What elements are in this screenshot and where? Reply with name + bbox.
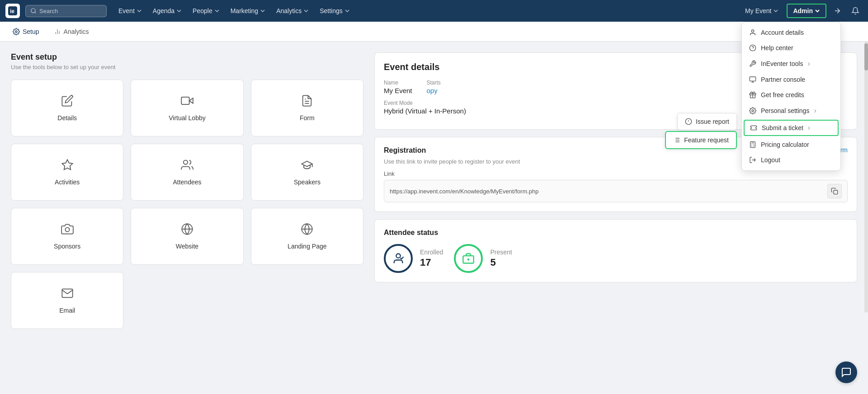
svg-rect-27 bbox=[750, 77, 755, 81]
ineventer-tools-arrow bbox=[807, 60, 810, 68]
admin-dropdown-menu: Account details Help center InEventer to… bbox=[741, 22, 841, 171]
issue-report-popup[interactable]: Issue report bbox=[677, 113, 737, 130]
menu-pricing-calculator[interactable]: Pricing calculator bbox=[742, 137, 840, 152]
top-navigation: ie Search Event Agenda People Marketing … bbox=[0, 0, 868, 22]
subnav-setup[interactable]: Setup bbox=[7, 24, 45, 39]
nav-people[interactable]: People bbox=[188, 5, 224, 17]
subnav-analytics[interactable]: Analytics bbox=[48, 24, 94, 39]
submit-ticket-arrow bbox=[808, 124, 810, 132]
my-event-button[interactable]: My Event bbox=[741, 5, 783, 17]
card-speakers[interactable]: Speakers bbox=[251, 144, 363, 201]
attendee-status-card: Attendee status Enrolled 17 bbox=[374, 219, 857, 282]
card-landing-page-label: Landing Page bbox=[288, 243, 326, 250]
notifications-icon[interactable] bbox=[848, 4, 863, 18]
link-label: Link bbox=[384, 170, 848, 177]
event-mode-label: Event Mode bbox=[384, 100, 466, 106]
event-setup-subtitle: Use the tools below to set up your event bbox=[11, 64, 363, 70]
pencil-icon bbox=[61, 94, 74, 109]
menu-partner-console[interactable]: Partner console bbox=[742, 72, 840, 87]
svg-point-4 bbox=[15, 31, 17, 33]
present-value: 5 bbox=[490, 257, 512, 268]
nav-marketing[interactable]: Marketing bbox=[226, 5, 270, 17]
nav-analytics[interactable]: Analytics bbox=[272, 5, 313, 17]
main-content: Event setup Use the tools below to set u… bbox=[0, 42, 868, 340]
video-icon bbox=[181, 94, 193, 109]
admin-button[interactable]: Admin bbox=[787, 4, 826, 18]
attendee-status-title: Attendee status bbox=[384, 229, 848, 237]
present-circle bbox=[454, 244, 483, 273]
event-name-item: Name My Event bbox=[384, 80, 412, 94]
svg-rect-19 bbox=[834, 190, 838, 194]
scrollbar-thumb[interactable] bbox=[864, 43, 868, 70]
nav-event[interactable]: Event bbox=[114, 5, 146, 17]
svg-marker-12 bbox=[62, 159, 72, 169]
globe2-icon bbox=[301, 223, 313, 237]
feature-request-popup[interactable]: Feature request bbox=[665, 131, 737, 149]
camera-icon bbox=[61, 223, 74, 237]
issue-report-label: Issue report bbox=[696, 118, 729, 125]
card-virtual-lobby[interactable]: Virtual Lobby bbox=[131, 80, 243, 136]
svg-point-2 bbox=[31, 9, 35, 13]
menu-help-center-label: Help center bbox=[761, 44, 793, 52]
menu-logout-label: Logout bbox=[761, 156, 780, 164]
menu-get-free-credits-label: Get free credits bbox=[761, 91, 804, 98]
event-mode-value: Hybrid (Virtual + In-Person) bbox=[384, 107, 466, 115]
nav-agenda[interactable]: Agenda bbox=[148, 5, 186, 17]
present-stat: Present 5 bbox=[454, 244, 512, 273]
card-form[interactable]: Form bbox=[251, 80, 363, 136]
search-placeholder: Search bbox=[39, 8, 58, 14]
svg-text:ie: ie bbox=[10, 8, 14, 14]
enrolled-info: Enrolled 17 bbox=[420, 249, 443, 268]
menu-help-center[interactable]: Help center bbox=[742, 40, 840, 56]
event-starts-value: opy bbox=[427, 87, 441, 94]
menu-account-details[interactable]: Account details bbox=[742, 25, 840, 40]
card-activities-label: Activities bbox=[55, 178, 80, 186]
card-landing-page[interactable]: Landing Page bbox=[251, 208, 363, 265]
event-starts-item: Starts opy bbox=[427, 80, 441, 94]
enrolled-stat: Enrolled 17 bbox=[384, 244, 443, 273]
present-label: Present bbox=[490, 249, 512, 256]
nav-menu: Event Agenda People Marketing Analytics … bbox=[114, 5, 741, 17]
menu-logout[interactable]: Logout bbox=[742, 152, 840, 168]
search-input[interactable]: Search bbox=[25, 5, 107, 17]
menu-pricing-calculator-label: Pricing calculator bbox=[761, 141, 809, 148]
svg-rect-9 bbox=[181, 97, 189, 104]
svg-line-3 bbox=[35, 12, 36, 14]
menu-get-free-credits[interactable]: Get free credits bbox=[742, 87, 840, 103]
card-details[interactable]: Details bbox=[11, 80, 123, 136]
link-box: https://app.inevent.com/en/Knowledge/MyE… bbox=[384, 180, 848, 202]
svg-point-20 bbox=[396, 254, 400, 258]
app-logo[interactable]: ie bbox=[5, 4, 20, 18]
card-activities[interactable]: Activities bbox=[11, 144, 123, 201]
event-name-value: My Event bbox=[384, 87, 412, 94]
menu-ineventer-tools[interactable]: InEventer tools bbox=[742, 56, 840, 72]
menu-ineventer-tools-label: InEventer tools bbox=[761, 60, 803, 67]
card-form-label: Form bbox=[300, 114, 315, 122]
event-mode-item: Event Mode Hybrid (Virtual + In-Person) bbox=[384, 100, 466, 115]
card-sponsors-label: Sponsors bbox=[54, 243, 80, 250]
card-attendees[interactable]: Attendees bbox=[131, 144, 243, 201]
svg-marker-8 bbox=[189, 98, 193, 103]
broadcast-icon[interactable] bbox=[830, 4, 844, 18]
nav-right: My Event Admin bbox=[741, 4, 863, 18]
svg-point-13 bbox=[184, 160, 188, 164]
form-icon bbox=[301, 94, 313, 109]
menu-personal-settings-label: Personal settings bbox=[761, 107, 809, 114]
scrollbar[interactable] bbox=[864, 42, 868, 313]
menu-personal-settings[interactable]: Personal settings bbox=[742, 103, 840, 119]
copy-link-button[interactable] bbox=[827, 184, 842, 198]
left-panel: Event setup Use the tools below to set u… bbox=[11, 52, 363, 329]
menu-partner-console-label: Partner console bbox=[761, 76, 805, 83]
nav-settings[interactable]: Settings bbox=[315, 5, 354, 17]
svg-point-32 bbox=[752, 110, 754, 112]
menu-submit-ticket[interactable]: Submit a ticket bbox=[744, 120, 839, 136]
card-email-label: Email bbox=[59, 307, 75, 314]
present-info: Present 5 bbox=[490, 249, 512, 268]
svg-point-14 bbox=[65, 228, 69, 232]
svg-point-24 bbox=[751, 30, 754, 32]
card-sponsors[interactable]: Sponsors bbox=[11, 208, 123, 265]
globe-icon bbox=[181, 223, 193, 237]
card-email[interactable]: Email bbox=[11, 272, 123, 329]
card-website[interactable]: Website bbox=[131, 208, 243, 265]
link-text: https://app.inevent.com/en/Knowledge/MyE… bbox=[390, 188, 824, 195]
